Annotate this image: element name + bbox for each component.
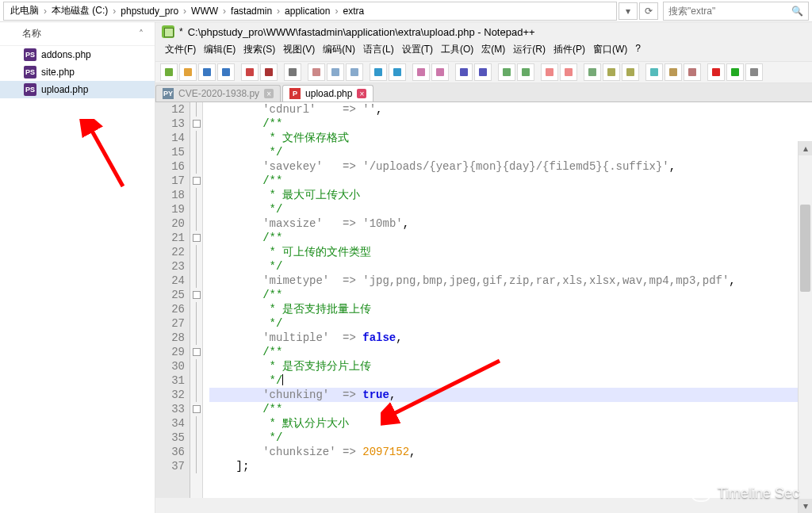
code-line[interactable]: /** (209, 231, 812, 245)
close-tab-icon[interactable]: × (357, 89, 366, 98)
refresh-button[interactable]: ⟳ (639, 2, 658, 20)
explorer-search[interactable]: 🔍 (663, 2, 809, 21)
zoom-in-button[interactable] (455, 63, 473, 81)
find-button[interactable] (412, 63, 430, 81)
copy-button[interactable] (327, 63, 344, 81)
doc-map-button[interactable] (645, 63, 663, 81)
scroll-up-button[interactable]: ▴ (799, 141, 812, 155)
code-line[interactable]: /** (209, 402, 812, 416)
breadcrumb-segment[interactable]: WWW (190, 6, 220, 17)
code-line[interactable]: 'chunksize' => 2097152, (209, 445, 812, 459)
code-line[interactable]: ]; (209, 459, 812, 473)
fold-toggle-icon[interactable] (193, 120, 201, 128)
close-button[interactable] (241, 63, 259, 81)
code-line[interactable]: /** (209, 345, 812, 359)
document-tab[interactable]: Pupload.php× (282, 85, 373, 101)
code-line[interactable]: /** (209, 117, 812, 131)
menu-item[interactable]: 宏(M) (480, 41, 507, 58)
fold-toggle-icon[interactable] (193, 234, 201, 242)
sync-button[interactable] (498, 63, 515, 81)
monitor-button[interactable] (684, 63, 701, 81)
play-button[interactable] (726, 63, 744, 81)
code-line[interactable]: * 默认分片大小 (209, 416, 812, 431)
code-line[interactable]: 'maxsize' => '10mb', (209, 216, 812, 231)
fold-toggle-icon[interactable] (193, 291, 201, 299)
menu-item[interactable]: 插件(P) (552, 41, 587, 58)
fold-margin[interactable] (190, 102, 203, 498)
menu-bar[interactable]: 文件(F)编辑(E)搜索(S)视图(V)编码(N)语言(L)设置(T)工具(O)… (155, 40, 812, 61)
breadcrumb-segment[interactable]: application (283, 6, 331, 17)
menu-item[interactable]: ? (634, 41, 642, 58)
zoom-out-button[interactable] (474, 63, 492, 81)
code-line[interactable]: 'multiple' => false, (209, 331, 812, 345)
menu-item[interactable]: 文件(F) (163, 41, 197, 58)
breadcrumb-segment[interactable]: 本地磁盘 (C:) (50, 4, 109, 17)
save-all-button[interactable] (217, 63, 235, 81)
lang-button[interactable] (584, 63, 601, 81)
vertical-scrollbar[interactable]: ▴ ▾ (798, 141, 812, 513)
close-all-button[interactable] (260, 63, 278, 81)
breadcrumb-segment[interactable]: fastadmin (229, 6, 274, 17)
code-line[interactable]: */ (209, 316, 812, 331)
fold-all-button[interactable] (603, 63, 620, 81)
code-line[interactable]: * 最大可上传大小 (209, 188, 812, 202)
print-button[interactable] (284, 63, 301, 81)
fold-toggle-icon[interactable] (193, 177, 201, 185)
code-line[interactable]: */ (209, 145, 812, 159)
indent-guide-button[interactable] (560, 63, 577, 81)
show-all-button[interactable] (541, 63, 558, 81)
address-dropdown[interactable]: ▾ (619, 2, 638, 20)
menu-item[interactable]: 工具(O) (439, 41, 475, 58)
menu-item[interactable]: 视图(V) (282, 41, 316, 58)
code-line[interactable]: */ (209, 259, 812, 274)
code-line[interactable]: 'savekey' => '/uploads/{year}{mon}{day}/… (209, 159, 812, 174)
func-list-button[interactable] (665, 63, 682, 81)
code-line[interactable]: 'chunking' => true, (209, 388, 812, 402)
file-item[interactable]: PSaddons.php (0, 46, 155, 63)
menu-item[interactable]: 搜索(S) (242, 41, 277, 58)
new-file-button[interactable] (160, 63, 178, 81)
redo-button[interactable] (389, 63, 406, 81)
code-line[interactable]: 'mimetype' => 'jpg,png,bmp,jpeg,gif,zip,… (209, 274, 812, 288)
scroll-thumb[interactable] (800, 205, 810, 292)
code-line[interactable]: /** (209, 174, 812, 188)
replace-button[interactable] (431, 63, 449, 81)
undo-button[interactable] (370, 63, 387, 81)
open-file-button[interactable] (179, 63, 197, 81)
code-line[interactable]: * 是否支持批量上传 (209, 302, 812, 316)
save-button[interactable] (198, 63, 216, 81)
menu-item[interactable]: 编码(N) (321, 41, 357, 58)
code-line[interactable]: /** (209, 288, 812, 302)
search-input[interactable] (668, 6, 788, 17)
menu-item[interactable]: 设置(T) (400, 41, 435, 58)
code-area[interactable]: 'cdnurl' => '', /** * 文件保存格式 */ 'savekey… (203, 102, 812, 498)
code-line[interactable]: 'cdnurl' => '', (209, 102, 812, 117)
document-tab[interactable]: PYCVE-2020-1938.py× (155, 85, 281, 101)
breadcrumb-segment[interactable]: phpstudy_pro (119, 6, 180, 17)
paste-button[interactable] (346, 63, 363, 81)
file-item[interactable]: PSsite.php (0, 63, 155, 81)
code-line[interactable]: * 可上传的文件类型 (209, 245, 812, 259)
unfold-all-button[interactable] (622, 63, 639, 81)
scroll-down-button[interactable]: ▾ (799, 499, 812, 513)
code-line[interactable]: */ (209, 202, 812, 216)
code-line[interactable]: */ (209, 373, 812, 388)
fold-toggle-icon[interactable] (193, 348, 201, 356)
code-line[interactable]: */ (209, 431, 812, 445)
breadcrumb-segment[interactable]: 此电脑 (9, 4, 40, 17)
record-button[interactable] (707, 63, 725, 81)
code-line[interactable]: * 文件保存格式 (209, 131, 812, 145)
column-header-name[interactable]: 名称 ˄ (0, 25, 155, 46)
menu-item[interactable]: 运行(R) (511, 41, 547, 58)
menu-item[interactable]: 窗口(W) (592, 41, 629, 58)
cut-button[interactable] (308, 63, 325, 81)
menu-item[interactable]: 编辑(E) (202, 41, 237, 58)
breadcrumb[interactable]: 此电脑›本地磁盘 (C:)›phpstudy_pro›WWW›fastadmin… (3, 2, 617, 21)
close-tab-icon[interactable]: × (264, 89, 274, 98)
fold-toggle-icon[interactable] (193, 405, 201, 413)
code-editor[interactable]: 1213141516171819202122232425262728293031… (155, 102, 812, 498)
stop-button[interactable] (745, 63, 763, 81)
file-item[interactable]: PSupload.php (0, 81, 155, 98)
breadcrumb-segment[interactable]: extra (341, 6, 366, 17)
menu-item[interactable]: 语言(L) (362, 41, 396, 58)
